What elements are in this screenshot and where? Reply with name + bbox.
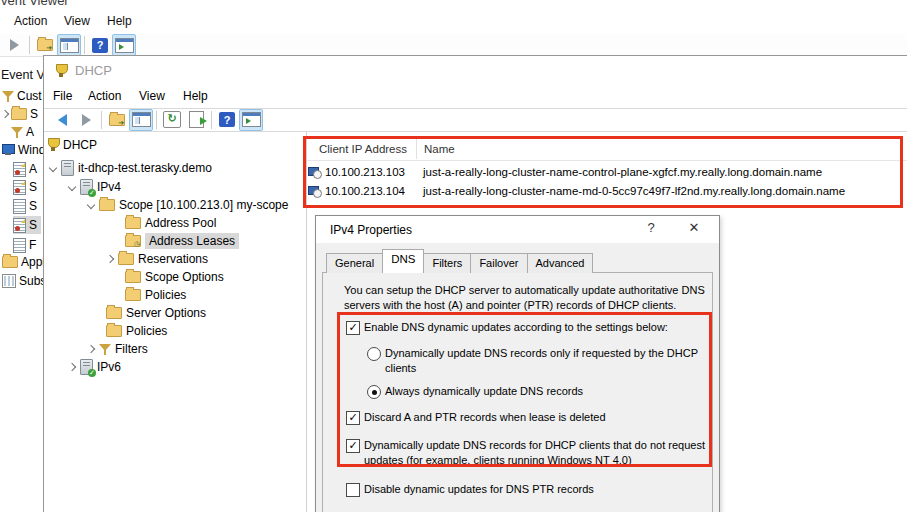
dhcp-toolbar: ➔ ↻ ? (44, 108, 907, 132)
refresh-icon[interactable]: ↻ (160, 109, 184, 131)
ev-tree-log[interactable]: S (13, 197, 37, 215)
tab-failover[interactable]: Failover (470, 253, 527, 273)
scope-options-icon (125, 271, 141, 283)
chevron-right-icon[interactable] (87, 345, 95, 353)
event-viewer-toolbar: ➔ ? (0, 34, 907, 57)
menu-view[interactable]: View (139, 89, 165, 103)
log-alert-icon (13, 162, 26, 177)
ev-tree-custom-views[interactable]: Cust (2, 87, 42, 105)
menu-view[interactable]: View (64, 14, 90, 28)
ev-tree-windows-logs[interactable]: Wind (2, 141, 45, 159)
log-alert-icon (13, 218, 26, 233)
back-arrow-icon[interactable] (50, 109, 74, 131)
tab-dns[interactable]: DNS (382, 249, 424, 273)
chevron-right-icon[interactable] (1, 110, 9, 118)
tree-scope-policies[interactable]: Policies (125, 286, 186, 304)
column-divider[interactable] (416, 139, 417, 159)
action-pane-icon[interactable] (112, 34, 136, 56)
tree-ipv6[interactable]: ✓IPv6 (68, 358, 121, 376)
dialog-close-button[interactable]: ✕ (684, 220, 704, 238)
lease-client-icon (308, 166, 322, 179)
action-pane-icon[interactable] (239, 109, 263, 131)
dhcp-tree-pane: DHCP it-dhcp-test.terasky.demo ✓IPv4 Sco… (44, 132, 307, 512)
lease-row[interactable]: 10.100.213.103 just-a-really-long-cluste… (308, 163, 822, 181)
ev-tree-log[interactable]: F (13, 236, 36, 254)
server-options-icon (106, 307, 122, 319)
address-pool-icon (125, 217, 141, 229)
export-list-icon[interactable] (184, 109, 208, 131)
update-if-requested-radio[interactable] (367, 347, 381, 361)
dhcp-app-icon (55, 64, 67, 78)
tree-filters[interactable]: Filters (87, 340, 148, 358)
monitor-icon (2, 144, 15, 156)
tree-address-pool[interactable]: Address Pool (125, 214, 216, 232)
chevron-right-icon[interactable] (68, 363, 76, 371)
tree-server-options[interactable]: Server Options (106, 304, 206, 322)
chevron-right-icon[interactable] (106, 255, 114, 263)
ipv4-properties-dialog: IPv4 Properties ? ✕ General DNS Filters … (315, 215, 720, 512)
ev-tree-apps-services[interactable]: Appl (2, 253, 45, 271)
dialog-help-button[interactable]: ? (641, 220, 661, 238)
chevron-down-icon[interactable] (49, 164, 57, 172)
chevron-down-icon[interactable] (87, 201, 95, 209)
tree-ipv4[interactable]: ✓IPv4 (68, 178, 121, 196)
folder-icon (11, 108, 27, 120)
event-viewer-window-title: vent Viewer (1, 0, 69, 8)
tree-address-leases[interactable]: ◷Address Leases (125, 232, 239, 250)
tree-dhcp-root[interactable]: DHCP (47, 136, 97, 154)
forward-arrow-icon[interactable] (2, 34, 26, 56)
log-alert-icon (13, 180, 26, 195)
console-window-icon[interactable] (57, 34, 81, 56)
tab-filters[interactable]: Filters (423, 253, 471, 273)
dhcp-titlebar[interactable]: DHCP (44, 56, 907, 85)
ev-tree-item[interactable]: S (2, 105, 38, 123)
menu-file[interactable]: File (53, 89, 72, 103)
export-folder-icon[interactable]: ➔ (33, 34, 57, 56)
tree-reservations[interactable]: Reservations (106, 250, 208, 268)
folder-icon (99, 199, 115, 211)
menu-action[interactable]: Action (88, 89, 121, 103)
tree-scope[interactable]: Scope [10.100.213.0] my-scope (87, 196, 288, 214)
tab-general[interactable]: General (326, 253, 383, 273)
discard-records-checkbox[interactable]: ✓ (346, 411, 360, 425)
column-header-client-ip[interactable]: Client IP Address (319, 143, 407, 155)
server-icon (61, 160, 74, 176)
menu-action[interactable]: Action (14, 14, 47, 28)
filter-funnel-icon (99, 343, 111, 355)
menu-help[interactable]: Help (107, 14, 132, 28)
column-header-name[interactable]: Name (424, 143, 455, 155)
server-icon: ✓ (80, 179, 93, 195)
ev-tree-log-selected[interactable]: S (13, 216, 41, 234)
menu-help[interactable]: Help (183, 89, 208, 103)
always-update-label: Always dynamically update DNS records (385, 384, 707, 399)
custom-views-icon (2, 90, 14, 102)
dialog-tabs: General DNS Filters Failover Advanced (326, 253, 592, 273)
dns-tab-intro-text: You can setup the DHCP server to automat… (344, 283, 710, 313)
update-non-requesting-checkbox[interactable]: ✓ (346, 439, 360, 453)
ev-tree-log[interactable]: A (13, 160, 37, 178)
ev-tree-subscriptions[interactable]: Subs (2, 272, 46, 290)
export-folder-icon[interactable]: ➔ (105, 109, 129, 131)
help-icon[interactable]: ? (88, 34, 112, 56)
forward-arrow-icon[interactable] (74, 109, 98, 131)
update-non-requesting-label: Dynamically update DNS records for DHCP … (364, 438, 712, 468)
help-icon[interactable]: ? (215, 109, 239, 131)
disable-ptr-label: Disable dynamic updates for DNS PTR reco… (364, 482, 704, 497)
tab-advanced[interactable]: Advanced (527, 253, 594, 273)
console-window-icon[interactable] (129, 109, 153, 131)
always-update-radio[interactable] (367, 385, 381, 399)
tree-server[interactable]: it-dhcp-test.terasky.demo (49, 159, 212, 177)
ev-tree-admin-events[interactable]: A (11, 123, 34, 141)
tree-server-policies[interactable]: Policies (106, 322, 167, 340)
lease-row[interactable]: 10.100.213.104 just-a-really-long-cluste… (308, 182, 845, 200)
discard-records-label: Discard A and PTR records when lease is … (364, 410, 704, 425)
event-viewer-pane-header: Event Vi (1, 68, 47, 82)
tree-scope-options[interactable]: Scope Options (125, 268, 224, 286)
log-icon (13, 199, 26, 214)
server-icon: ✓ (80, 359, 93, 375)
chevron-down-icon[interactable] (68, 183, 76, 191)
enable-dns-updates-checkbox[interactable]: ✓ (346, 321, 360, 335)
enable-dns-updates-label: Enable DNS dynamic updates according to … (364, 320, 704, 335)
disable-ptr-checkbox[interactable]: ✓ (346, 483, 360, 497)
ev-tree-log[interactable]: S (13, 178, 37, 196)
